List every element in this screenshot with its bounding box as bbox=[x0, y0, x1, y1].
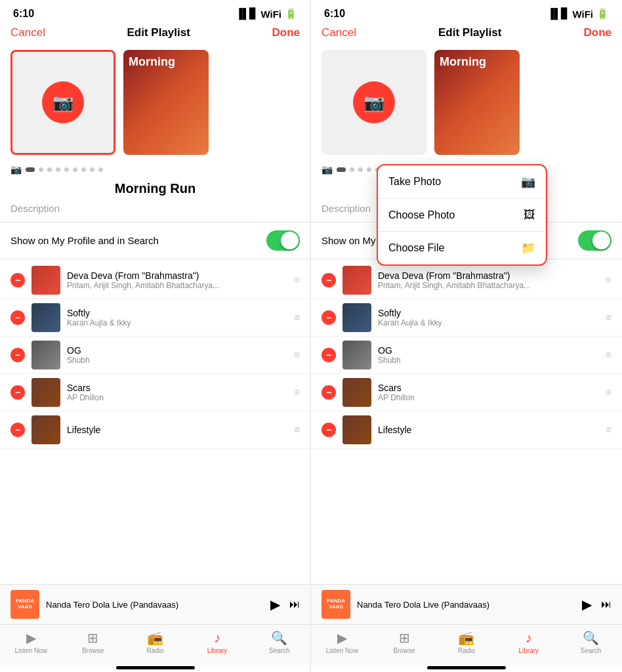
song-artist-1-left: Pritam, Arijit Singh, Amitabh Bhattachar… bbox=[67, 281, 287, 290]
dot-7 bbox=[81, 167, 86, 172]
ff-button-right[interactable]: ⏭ bbox=[601, 598, 612, 610]
take-photo-icon: 📷 bbox=[521, 175, 535, 189]
library-icon-right: ♪ bbox=[526, 631, 532, 646]
artwork-main-right[interactable]: 📷 bbox=[321, 50, 426, 155]
song-thumb-5-left bbox=[31, 415, 60, 444]
listen-now-label-left: Listen Now bbox=[15, 647, 47, 654]
song-title-1-left: Deva Deva (From "Brahmastra") bbox=[67, 270, 287, 281]
context-menu-choose-file[interactable]: Choose File 📁 bbox=[378, 231, 546, 264]
song-list-right: − Deva Deva (From "Brahmastra") Pritam, … bbox=[311, 262, 622, 584]
now-playing-bar-left[interactable]: PANDA VAAS Nanda Tero Dola Live (Pandava… bbox=[0, 584, 310, 624]
camera-small-icon-right: 📷 bbox=[321, 164, 333, 175]
song-artist-3-right: Shubh bbox=[378, 356, 599, 365]
context-menu-choose-photo[interactable]: Choose Photo 🖼 bbox=[378, 198, 546, 231]
search-label-left: Search bbox=[269, 647, 290, 654]
radio-label-right: Radio bbox=[458, 647, 475, 654]
song-item-3-left[interactable]: − OG Shubh ≡ bbox=[0, 337, 310, 374]
song-item-2-left[interactable]: − Softly Karan Aujla & Ikky ≡ bbox=[0, 299, 310, 337]
status-icons-right: ▐▌▊ WiFi 🔋 bbox=[547, 8, 609, 20]
song-title-3-left: OG bbox=[67, 345, 287, 356]
tab-radio-left[interactable]: 📻 Radio bbox=[135, 630, 175, 654]
tab-listen-now-left[interactable]: ▶ Listen Now bbox=[11, 630, 51, 654]
toggle-switch-right[interactable] bbox=[578, 230, 612, 251]
dot-3 bbox=[47, 167, 52, 172]
song-item-5-right[interactable]: − Lifestyle ≡ bbox=[311, 411, 622, 449]
ff-button-left[interactable]: ⏭ bbox=[289, 598, 300, 610]
song-item-2-right[interactable]: − Softly Karan Aujla & Ikky ≡ bbox=[311, 299, 622, 337]
tab-radio-right[interactable]: 📻 Radio bbox=[447, 630, 486, 654]
context-menu-take-photo[interactable]: Take Photo 📷 bbox=[378, 165, 546, 198]
nav-title-right: Edit Playlist bbox=[438, 26, 501, 39]
tab-search-left[interactable]: 🔍 Search bbox=[260, 630, 299, 654]
song-info-4-right: Scars AP Dhillon bbox=[378, 383, 599, 402]
song-thumb-1-left bbox=[31, 266, 60, 295]
toggle-label-left: Show on My Profile and in Search bbox=[10, 235, 159, 246]
wifi-icon-right: WiFi bbox=[572, 9, 593, 20]
remove-btn-1-right[interactable]: − bbox=[321, 273, 336, 287]
song-thumb-1-right bbox=[342, 266, 371, 295]
dot-3-right bbox=[358, 167, 363, 172]
song-item-1-right[interactable]: − Deva Deva (From "Brahmastra") Pritam, … bbox=[311, 262, 622, 299]
song-item-4-left[interactable]: − Scars AP Dhillon ≡ bbox=[0, 374, 310, 411]
remove-btn-4-right[interactable]: − bbox=[321, 385, 336, 400]
song-title-4-left: Scars bbox=[67, 383, 287, 393]
done-button-left[interactable]: Done bbox=[272, 26, 300, 39]
song-artist-2-right: Karan Aujla & Ikky bbox=[378, 318, 599, 327]
browse-label-right: Browse bbox=[394, 647, 415, 654]
dot-2-right bbox=[350, 167, 354, 172]
toggle-row-left: Show on My Profile and in Search bbox=[0, 222, 310, 259]
remove-btn-2-left[interactable]: − bbox=[10, 310, 25, 325]
cancel-button-right[interactable]: Cancel bbox=[321, 26, 356, 39]
song-item-4-right[interactable]: − Scars AP Dhillon ≡ bbox=[311, 374, 622, 411]
remove-btn-3-right[interactable]: − bbox=[321, 348, 336, 362]
tab-browse-left[interactable]: ⊞ Browse bbox=[73, 630, 113, 654]
artwork-secondary-label-right: Morning bbox=[440, 55, 486, 69]
remove-btn-5-right[interactable]: − bbox=[321, 423, 336, 437]
song-item-5-left[interactable]: − Lifestyle ≡ bbox=[0, 411, 310, 449]
cancel-button-left[interactable]: Cancel bbox=[10, 26, 45, 39]
song-item-1-left[interactable]: − Deva Deva (From "Brahmastra") Pritam, … bbox=[0, 262, 310, 299]
description-field-left[interactable]: Description bbox=[0, 198, 310, 219]
library-label-left: Library bbox=[207, 647, 228, 654]
tab-search-right[interactable]: 🔍 Search bbox=[571, 630, 611, 654]
battery-icon-right: 🔋 bbox=[596, 8, 609, 20]
done-button-right[interactable]: Done bbox=[583, 26, 612, 39]
song-thumb-3-right bbox=[342, 341, 371, 369]
song-info-4-left: Scars AP Dhillon bbox=[67, 383, 287, 402]
song-title-2-right: Softly bbox=[378, 308, 599, 318]
nav-title-left: Edit Playlist bbox=[127, 26, 190, 39]
tab-listen-now-right[interactable]: ▶ Listen Now bbox=[322, 630, 362, 654]
tab-library-right[interactable]: ♪ Library bbox=[509, 631, 549, 654]
play-button-right[interactable]: ▶ bbox=[582, 597, 592, 612]
np-controls-right: ▶ ⏭ bbox=[582, 597, 612, 612]
take-photo-label: Take Photo bbox=[388, 176, 441, 188]
drag-icon-3-right: ≡ bbox=[606, 349, 612, 361]
right-panel: 6:10 ▐▌▊ WiFi 🔋 Cancel Edit Playlist Don… bbox=[311, 0, 622, 672]
remove-btn-3-left[interactable]: − bbox=[10, 348, 25, 362]
song-thumb-3-left bbox=[31, 341, 60, 369]
remove-btn-1-left[interactable]: − bbox=[10, 273, 25, 287]
browse-icon-right: ⊞ bbox=[399, 630, 410, 646]
now-playing-bar-right[interactable]: PANDA VAAS Nanda Tero Dola Live (Pandava… bbox=[311, 584, 622, 624]
song-item-3-right[interactable]: − OG Shubh ≡ bbox=[311, 337, 622, 374]
song-title-5-left: Lifestyle bbox=[67, 425, 287, 435]
remove-btn-5-left[interactable]: − bbox=[10, 423, 25, 437]
tab-library-left[interactable]: ♪ Library bbox=[197, 631, 237, 654]
remove-btn-4-left[interactable]: − bbox=[10, 385, 25, 400]
song-info-3-right: OG Shubh bbox=[378, 345, 599, 365]
song-artist-3-left: Shubh bbox=[67, 356, 287, 365]
remove-btn-2-right[interactable]: − bbox=[321, 310, 336, 325]
toggle-switch-left[interactable] bbox=[266, 230, 300, 251]
dot-1 bbox=[26, 167, 35, 172]
playlist-title-left[interactable]: Morning Run bbox=[0, 178, 310, 198]
toggle-thumb-right bbox=[592, 232, 610, 249]
status-time-left: 6:10 bbox=[13, 8, 34, 20]
np-title-right: Nanda Tero Dola Live (Pandavaas) bbox=[357, 600, 575, 610]
listen-now-label-right: Listen Now bbox=[326, 647, 358, 654]
radio-label-left: Radio bbox=[146, 647, 163, 654]
camera-circle-right: 📷 bbox=[353, 81, 395, 123]
tab-browse-right[interactable]: ⊞ Browse bbox=[384, 630, 424, 654]
artwork-main-left[interactable]: 📷 bbox=[10, 50, 115, 155]
dot-5 bbox=[64, 167, 69, 172]
play-button-left[interactable]: ▶ bbox=[270, 597, 280, 612]
